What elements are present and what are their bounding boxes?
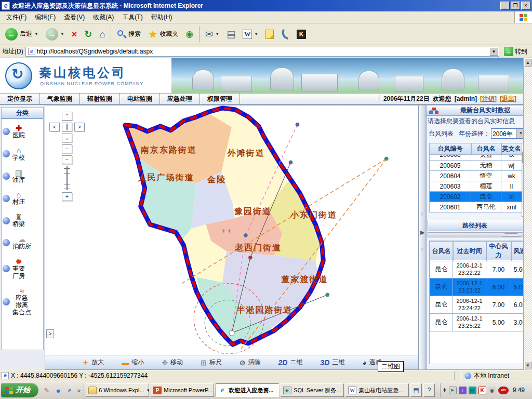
nav-tab-定位显示[interactable]: 定位显示 (0, 94, 40, 104)
sidebar-item-village[interactable]: ⌂村庄 (3, 191, 43, 206)
path-row[interactable]: 昆仑2006-12-1 23:22:227.005.60 (430, 261, 529, 278)
tray-volume-icon[interactable]: ◉ (488, 387, 496, 394)
year-select[interactable]: 2006年 ▼ (491, 128, 525, 139)
menu-item[interactable]: 工具(T) (118, 11, 147, 23)
district-map[interactable]: ✳ ✳ (45, 105, 418, 355)
path-list-bar[interactable]: 路径列表 » (428, 220, 530, 231)
map-canvas[interactable]: ✳ ✳ 南京东路街道外滩街道人民广场街道金陵豫园街道小东门街道老西门街道董家渡街… (45, 105, 418, 355)
tray-input-grid-icon[interactable]: ▦ (469, 387, 476, 394)
mail-button[interactable]: ✉ ▼ (202, 28, 222, 41)
track-point[interactable] (289, 161, 292, 164)
tray-messenger-icon[interactable]: ♪ (459, 387, 467, 394)
edit-word-button[interactable]: W ▼ (240, 28, 261, 41)
zoom-in-button[interactable]: + (62, 192, 72, 201)
favorites-button[interactable]: ★ 收藏夹 (145, 28, 181, 41)
pan-left-button[interactable]: < (49, 123, 60, 131)
track-point[interactable] (296, 123, 299, 126)
zoom-out-button[interactable]: − (62, 144, 72, 153)
go-button[interactable]: → 转到 (501, 46, 530, 57)
print-button[interactable]: ▤ (223, 28, 238, 41)
tray-chevron-icon[interactable]: ▲▼ (443, 388, 447, 392)
exit-link[interactable]: [退出] (500, 95, 516, 103)
typhoon-row[interactable]: 200604悟空wk (430, 171, 522, 181)
track-point[interactable] (244, 233, 247, 237)
quick-launch-pencil-icon[interactable]: ✎ (42, 385, 51, 395)
typhoon-row[interactable]: 200606太虚tx (430, 154, 522, 161)
panel-splitter[interactable]: :::: ▶ :::: (419, 105, 426, 370)
quick-launch-ie-icon[interactable]: e (65, 385, 74, 395)
zoom-out-tool-button[interactable]: ▬缩小 (122, 358, 144, 367)
page-scroll-down-button[interactable]: ▼ (524, 362, 531, 369)
track-point[interactable] (229, 330, 234, 336)
address-input[interactable]: e http://localhost/QSgridwebgis/default.… (25, 47, 499, 57)
ruler-tool-button[interactable]: ⊞标尺 (201, 358, 222, 367)
snag-tool-button[interactable] (278, 28, 292, 41)
home-button[interactable]: ⌂ (96, 28, 108, 41)
minimize-button[interactable]: _ (500, 2, 510, 10)
nav-tab-气象监测[interactable]: 气象监测 (40, 94, 80, 104)
zoom-slider[interactable] (63, 166, 71, 190)
k-tool-button[interactable]: K (294, 28, 309, 41)
tray-sql-server-icon[interactable]: ▶ (449, 387, 457, 394)
pan-right-button[interactable]: > (74, 123, 85, 131)
path-row[interactable]: 昆仑2006-12-1 23:23:226.005.00 (430, 278, 529, 296)
sidebar-item-school[interactable]: ⌂学校 (3, 147, 43, 162)
taskbar-button-folder[interactable]: 6 Windows Expl...▼ (86, 383, 149, 397)
forward-dropdown-icon[interactable]: ▼ (60, 32, 64, 36)
mail-dropdown-icon[interactable]: ▼ (215, 32, 219, 36)
tray-kaspersky-icon[interactable]: K (478, 387, 486, 394)
close-button[interactable]: × (521, 2, 530, 10)
page-scrollbar[interactable]: ▲ ▼ (523, 58, 532, 370)
tray-ati-icon[interactable]: ATI (498, 387, 509, 394)
search-button[interactable]: 搜索 (114, 28, 144, 41)
address-dropdown-button[interactable]: ▼ (489, 47, 498, 56)
menu-item[interactable]: 文件(F) (2, 11, 31, 23)
sidebar-item-oil-depot[interactable]: ▥油库 (3, 169, 43, 184)
typhoon-row[interactable]: 200605无稽wj (430, 161, 522, 171)
menu-item[interactable]: 查看(V) (60, 11, 89, 23)
sidebar-item-hospital[interactable]: ✚医院 (3, 124, 43, 139)
path-row[interactable]: 昆仑2006-12-1 23:25:225.003.00 (430, 314, 529, 331)
track-point[interactable] (248, 256, 252, 259)
sidebar-item-fire-station[interactable]: ☁消防所 (3, 235, 43, 250)
taskbar-button-word[interactable]: W秦山核电站应急... (345, 383, 409, 397)
typhoon-row[interactable]: 200601西马伦xml (430, 202, 522, 212)
zoom-slider-handle[interactable]: − (62, 155, 72, 164)
pan-down-button[interactable]: ⌄ (62, 134, 72, 142)
task-dropdown-icon[interactable]: ▼ (147, 388, 150, 393)
nav-tab-电站监测[interactable]: 电站监测 (120, 94, 160, 104)
sidebar-item-important-plant[interactable]: ✹重要 厂房 (3, 258, 43, 280)
taskbar-button-ie[interactable]: e欢迎进入应急资... (216, 383, 279, 397)
back-button[interactable]: ← 后退 ▼ (2, 26, 42, 43)
notes-button[interactable] (262, 28, 277, 41)
taskbar-button-powerpoint[interactable]: PMicrosoft PowerP... (151, 383, 214, 397)
zoom-in-tool-button[interactable]: ＋放大 (82, 358, 104, 367)
nav-tab-应急处理[interactable]: 应急处理 (160, 94, 200, 104)
sidebar-item-evacuation-point[interactable]: ≈应急 撤离 集合点 (3, 287, 43, 316)
map-2d-tool-button[interactable]: 2D二维 (278, 358, 302, 367)
typhoon-row[interactable]: 200602昆仑kl (430, 192, 522, 202)
sidebar-collapse-button[interactable]: > (46, 329, 54, 338)
splitter-collapse-icon[interactable]: ▶ (420, 229, 424, 236)
start-button[interactable]: 开始 (1, 383, 38, 397)
map-3d-tool-button[interactable]: 3D三维 (320, 358, 344, 367)
quick-launch-msn-icon[interactable]: ● (54, 385, 63, 395)
nav-tab-辐射监测[interactable]: 辐射监测 (80, 94, 120, 104)
horizontal-splitter[interactable] (428, 232, 530, 237)
refresh-button[interactable]: ↻ (81, 28, 95, 41)
stop-button[interactable]: × (69, 28, 81, 41)
nav-tab-权限管理[interactable]: 权限管理 (200, 94, 240, 104)
menu-item[interactable]: 帮助(H) (147, 11, 177, 23)
path-row[interactable]: 昆仑2006-12-1 23:24:227.006.00 (430, 296, 529, 314)
back-dropdown-icon[interactable]: ▼ (34, 32, 38, 36)
clear-tool-button[interactable]: ⊘清除 (240, 358, 261, 367)
splitter-tab[interactable] (499, 233, 523, 237)
help-tray-button[interactable]: ? (423, 383, 435, 397)
sidebar-item-bridge[interactable]: ♜桥梁 (3, 213, 43, 228)
pan-tool-button[interactable]: ✥移动 (162, 358, 183, 367)
history-button[interactable]: ◉ (182, 28, 196, 41)
logout-link[interactable]: [注销] (480, 95, 497, 103)
pan-up-button[interactable]: ⌃ (62, 112, 72, 121)
restore-button[interactable]: ❐ (511, 2, 520, 10)
menu-item[interactable]: 编辑(E) (31, 11, 60, 23)
